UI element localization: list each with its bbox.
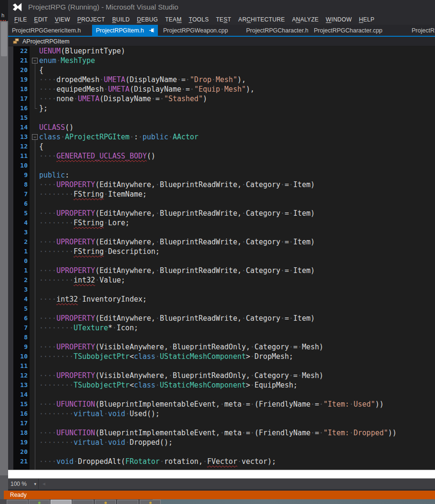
- line-number: 20: [13, 447, 28, 457]
- code-line: 5: [8, 304, 435, 314]
- line-number: 21: [13, 457, 28, 466]
- background-scrollbar-thumb: [1, 22, 7, 56]
- menu-test[interactable]: TEST: [216, 16, 231, 23]
- fold-collapse-icon[interactable]: −: [32, 134, 38, 140]
- line-number: 21: [13, 56, 28, 65]
- visual-studio-logo-icon: [12, 2, 22, 14]
- line-number: 17: [13, 419, 28, 428]
- taskbar-button[interactable]: [51, 500, 72, 504]
- line-number: 9: [13, 170, 28, 180]
- code-line: 3: [8, 285, 435, 294]
- taskbar-button[interactable]: [7, 500, 28, 504]
- line-number: 11: [13, 361, 28, 371]
- tab-projectrpgcharacter.h[interactable]: ProjectRPGCharacter.h: [243, 25, 308, 36]
- background-tab-fragment: h: [1, 12, 4, 18]
- menu-analyze[interactable]: ANALYZE: [292, 16, 319, 23]
- taskbar-app-icon: [104, 502, 107, 504]
- tab-row: ProjectRPGGenericItem.hProjectRPGItem.h✕…: [8, 25, 435, 36]
- zoom-dropdown[interactable]: 100 % ▾: [10, 481, 38, 487]
- line-number: 17: [13, 94, 28, 104]
- menu-architecture[interactable]: ARCHITECTURE: [238, 16, 285, 23]
- code-text: ····none·UMETA(DisplayName·=·"Stashed"): [39, 94, 207, 104]
- tab-label: ProjectRPGItem.h: [96, 27, 144, 34]
- breadcrumb-scope[interactable]: AProjectRPGItem: [22, 38, 70, 45]
- class-icon: [13, 38, 20, 44]
- code-line: 19········virtual·void·Dropped();: [8, 438, 435, 447]
- code-line: 15····UFUNCTION(BlueprintImplementableEv…: [8, 399, 435, 409]
- tab-projectrpggenericitem.h[interactable]: ProjectRPGGenericItem.h: [9, 25, 86, 36]
- tab-projectrpgitem.h[interactable]: ProjectRPGItem.h✕: [92, 25, 158, 36]
- line-number: 18: [13, 84, 28, 94]
- line-number: 10: [13, 161, 28, 170]
- divider: [38, 479, 39, 489]
- code-line: 20{: [8, 65, 435, 75]
- code-line: 14UCLASS(): [8, 123, 435, 132]
- scroll-left-arrow-icon[interactable]: ◄: [41, 479, 46, 489]
- code-line: 14: [8, 390, 435, 399]
- line-number: 19: [13, 75, 28, 84]
- line-number: 1: [13, 266, 28, 275]
- line-number: 4: [13, 294, 28, 304]
- code-text: ····UPROPERTY(EditAnywhere,·BlueprintRea…: [39, 237, 315, 247]
- taskbar-button[interactable]: [117, 500, 138, 504]
- taskbar-app-icon: [149, 502, 152, 504]
- line-number: 2: [13, 237, 28, 247]
- code-line: 7········FString·ItemName;: [8, 189, 435, 199]
- taskbar-button[interactable]: [140, 500, 161, 504]
- line-number: 2: [13, 275, 28, 285]
- code-line: 8····UPROPERTY(EditAnywhere,·BlueprintRe…: [8, 180, 435, 189]
- line-number: 15: [13, 113, 28, 123]
- taskbar-button[interactable]: [95, 500, 116, 504]
- tab-projectrpgweapon.cpp[interactable]: ProjectRPGWeapon.cpp: [160, 25, 228, 36]
- pin-icon[interactable]: [149, 28, 154, 33]
- line-number: 6: [13, 314, 28, 323]
- menu-edit[interactable]: EDIT: [34, 16, 48, 23]
- code-text: ····UFUNCTION(BlueprintImplementableEven…: [39, 428, 397, 438]
- code-line: 16········virtual·void·Used();: [8, 409, 435, 419]
- code-text: {: [39, 142, 43, 151]
- code-line: 3: [8, 228, 435, 237]
- line-number: 7: [13, 189, 28, 199]
- menu-window[interactable]: WINDOW: [326, 16, 352, 23]
- code-line: 9····UPROPERTY(VisibleAnywhere,·Blueprin…: [8, 342, 435, 352]
- taskbar-button[interactable]: [72, 500, 93, 504]
- line-number: 11: [13, 151, 28, 161]
- fold-collapse-icon[interactable]: −: [32, 58, 38, 63]
- line-number: 0: [13, 256, 28, 266]
- status-bar: Ready: [4, 491, 435, 499]
- line-number: 14: [13, 123, 28, 132]
- menu-project[interactable]: PROJECT: [77, 16, 105, 23]
- code-text: ····UPROPERTY(EditAnywhere,·BlueprintRea…: [39, 180, 315, 189]
- code-line: 11: [8, 361, 435, 371]
- code-text: {: [39, 65, 43, 75]
- code-line: 18····UFUNCTION(BlueprintImplementableEv…: [8, 428, 435, 438]
- outline-guide-line: [35, 63, 35, 108]
- line-number: 7: [13, 323, 28, 333]
- code-line: 5····UPROPERTY(EditAnywhere,·BlueprintRe…: [8, 209, 435, 218]
- line-number: 19: [13, 438, 28, 447]
- code-line: 9public:: [8, 170, 435, 180]
- menu-build[interactable]: BUILD: [112, 16, 130, 23]
- menu-debug[interactable]: DEBUG: [137, 16, 158, 23]
- code-text: ····UPROPERTY(VisibleAnywhere,·Blueprint…: [39, 342, 323, 352]
- code-text: UENUM(BlueprintType): [39, 46, 125, 56]
- menu-view[interactable]: VIEW: [55, 16, 70, 23]
- menu-help[interactable]: HELP: [359, 16, 375, 23]
- outline-guide-tick: [35, 108, 37, 109]
- code-text: ····equipedMesh·UMETA(DisplayName·=·"Equ…: [39, 84, 255, 94]
- tab-projectrpgcharacter.cpp[interactable]: ProjectRPGCharacter.cpp: [311, 25, 383, 36]
- code-editor[interactable]: 22UENUM(BlueprintType)21−enum·MeshType20…: [8, 46, 435, 470]
- title-bar[interactable]: ProjectRPG (Running) - Microsoft Visual …: [8, 0, 435, 14]
- chevron-down-icon: ▾: [34, 482, 36, 486]
- menu-tools[interactable]: TOOLS: [189, 16, 209, 23]
- tab-projectrpg[interactable]: ProjectRPG: [409, 25, 435, 36]
- code-line: 13−class·AProjectRPGItem·:·public·AActor: [8, 132, 435, 142]
- menu-file[interactable]: FILE: [14, 16, 27, 23]
- taskbar-button[interactable]: [29, 500, 50, 504]
- navigation-bar[interactable]: AProjectRPGItem: [8, 37, 435, 46]
- code-line: 15: [8, 113, 435, 123]
- code-text: ········TSubobjectPtr<class·UStaticMeshC…: [39, 352, 293, 361]
- menu-team[interactable]: TEAM: [165, 16, 182, 23]
- code-text: ········FString·ItemName;: [39, 189, 147, 199]
- code-line: 10: [8, 161, 435, 170]
